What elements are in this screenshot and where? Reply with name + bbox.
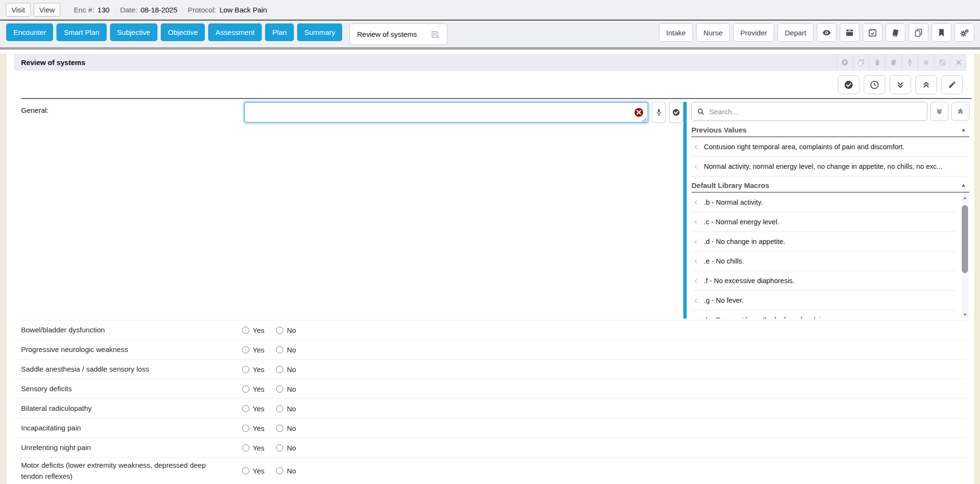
general-input[interactable] [244,102,648,123]
radio-circle-no[interactable] [276,366,283,373]
radio-circle-yes[interactable] [242,346,249,353]
active-tab-review-of-systems[interactable]: Review of systems [349,23,447,45]
radio-option-yes[interactable]: Yes [242,346,264,354]
clock-icon[interactable] [864,75,885,94]
nav-tab[interactable]: Encounter [6,23,53,41]
radio-label-yes: Yes [253,326,264,334]
radio-circle-no[interactable] [276,346,283,353]
radio-circle-no[interactable] [276,385,283,393]
macro-item[interactable]: .g - No fever. [691,291,955,310]
radio-circle-yes[interactable] [242,467,249,474]
chevron-double-down-icon[interactable] [930,102,948,121]
chevron-double-up-icon[interactable] [951,102,969,121]
radio-option-no[interactable]: No [276,424,296,432]
resize-handle[interactable] [642,118,646,123]
previous-value-text: Contusion right temporal area, complaint… [704,143,904,151]
radio-option-yes[interactable]: Yes [242,385,264,393]
book-icon[interactable] [886,23,905,42]
radio-circle-no[interactable] [276,425,283,432]
radio-option-yes[interactable]: Yes [242,326,264,334]
stage-button[interactable]: Depart [778,23,813,42]
scrollbar-thumb[interactable] [962,205,968,273]
radio-option-no[interactable]: No [276,444,296,452]
ban-icon[interactable] [934,54,950,71]
gears-icon[interactable] [955,23,974,42]
nav-tab[interactable]: Smart Plan [56,23,106,41]
microphone-icon[interactable] [652,102,666,123]
vertical-scrollbar[interactable] [961,195,969,318]
radio-option-yes[interactable]: Yes [242,424,264,432]
nav-tab[interactable]: Assessment [208,23,262,41]
visit-button[interactable]: Visit [6,3,31,17]
radio-circle-no[interactable] [276,327,283,334]
radio-option-yes[interactable]: Yes [242,444,264,452]
radio-circle-no[interactable] [276,444,283,451]
question-label: Saddle anesthesia / saddle sensory loss [21,363,242,374]
copy-icon[interactable] [853,54,869,71]
eye-icon[interactable] [817,23,836,42]
view-button[interactable]: View [33,3,60,17]
bookmark-icon[interactable] [932,23,951,42]
nav-tabs: EncounterSmart PlanSubjectiveObjectiveAs… [6,23,345,41]
stage-button[interactable]: Nurse [696,23,730,42]
pencil-icon[interactable] [941,75,963,94]
angle-left-icon [692,238,700,245]
search-input[interactable] [709,108,922,116]
previous-value-item[interactable]: Contusion right temporal area, complaint… [691,137,969,157]
check-circle-icon[interactable] [669,102,683,123]
check-circle-icon[interactable] [838,75,859,94]
calendar-check-icon[interactable] [863,23,882,42]
help-icon[interactable]: ? [836,54,853,71]
save-icon[interactable] [430,30,440,39]
triangle-down-icon[interactable] [962,312,968,318]
radio-circle-yes[interactable] [242,385,249,393]
microphone-icon[interactable] [902,54,918,71]
radio-circle-no[interactable] [276,405,283,412]
horizontal-scrollbar[interactable] [0,47,980,50]
radio-option-no[interactable]: No [276,346,296,354]
copy-icon[interactable] [909,23,928,42]
macro-item[interactable]: .f - No excessive diaphoresis. [691,271,955,291]
nav-tab[interactable]: Objective [161,23,205,41]
macro-item[interactable]: .h - Does not have the feeling of malais… [691,310,955,319]
radio-option-no[interactable]: No [276,385,296,393]
macro-item[interactable]: .e - No chills. [691,252,955,271]
radio-circle-yes[interactable] [242,366,249,373]
macro-item[interactable]: .c - Normal energy level. [691,212,955,232]
radio-option-yes[interactable]: Yes [242,405,264,413]
chevron-double-up-icon[interactable] [915,75,937,94]
radio-circle-yes[interactable] [242,405,249,412]
macro-item[interactable]: .b - Normal activity. [691,193,955,212]
nav-tab[interactable]: Subjective [110,23,157,41]
previous-value-item[interactable]: Normal activity, normal energy level, no… [691,157,969,176]
search-box[interactable] [691,102,927,121]
chevron-double-down-icon[interactable] [890,75,911,94]
radio-option-yes[interactable]: Yes [242,467,264,475]
radio-label-yes: Yes [253,467,264,475]
triangle-up-icon[interactable] [960,182,967,188]
radio-circle-no[interactable] [276,467,283,474]
chevron-double-down-icon[interactable] [918,54,934,71]
triangle-up-icon[interactable] [962,195,968,201]
page-body: Review of systems ? General: [0,54,980,484]
radio-option-yes[interactable]: Yes [242,365,264,374]
previous-value-text: Normal activity, normal energy level, no… [704,163,943,170]
radio-option-no[interactable]: No [276,365,296,374]
stage-button[interactable]: Intake [659,23,693,42]
radio-option-no[interactable]: No [276,467,296,475]
trash-icon[interactable] [869,54,885,71]
clear-icon[interactable] [634,107,644,118]
radio-circle-yes[interactable] [242,425,249,432]
book-icon[interactable] [885,54,902,71]
radio-circle-yes[interactable] [242,327,249,334]
macro-item[interactable]: .d - No change in appetite. [691,232,955,252]
radio-option-no[interactable]: No [276,405,296,413]
nav-tab[interactable]: Summary [297,23,342,41]
triangle-up-icon[interactable] [960,127,967,133]
radio-circle-yes[interactable] [242,444,249,451]
radio-option-no[interactable]: No [276,326,296,334]
archive-icon[interactable] [840,23,859,42]
stage-button[interactable]: Provider [733,23,774,42]
nav-tab[interactable]: Plan [265,23,294,41]
close-icon[interactable] [950,54,967,71]
